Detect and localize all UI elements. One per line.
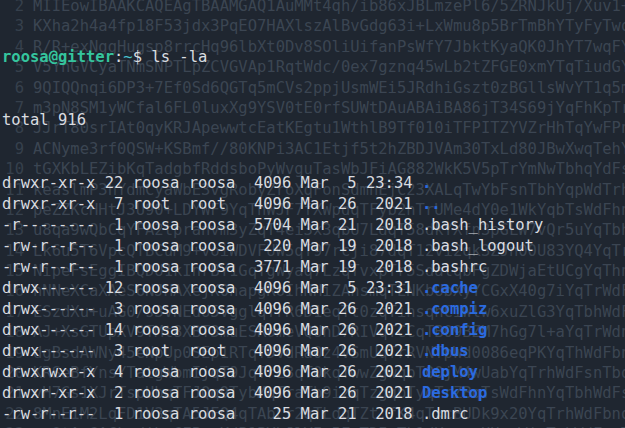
file-name: .bashrc [422, 258, 487, 276]
directory-name: .dbus [422, 342, 469, 360]
file-row: drwx------ 3 root root 4096 Mar 26 2021 … [2, 341, 571, 362]
file-row-meta: drwx------ 14 roosa roosa 4096 Mar 26 20… [2, 321, 422, 339]
file-row-meta: drwxrwxr-x 4 roosa roosa 4096 Mar 26 202… [2, 363, 422, 381]
directory-name: Desktop [422, 384, 487, 402]
file-row: drwx------ 14 roosa roosa 4096 Mar 26 20… [2, 320, 571, 341]
file-row: -rw-r--r-- 1 roosa roosa 220 Mar 19 2018… [2, 236, 571, 257]
terminal-window[interactable]: 2MIIEowIBAAKCAQEAgTBAAMGAQ1AuMMt4qh/ib86… [0, 0, 625, 428]
file-row: drwxr-xr-x 2 roosa roosa 4096 Mar 26 202… [2, 383, 571, 404]
file-row-meta: -rw-r--r-- 1 roosa roosa 220 Mar 19 2018 [2, 237, 422, 255]
directory-name: .cache [422, 279, 478, 297]
directory-name: .config [422, 321, 487, 339]
prompt-user-host: roosa@gitter [2, 48, 114, 66]
directory-name: deploy [422, 363, 478, 381]
total-line: total 916 [2, 110, 571, 131]
file-row-meta: drwx------ 3 root root 4096 Mar 26 2021 [2, 342, 422, 360]
file-row: -rw-r--r-- 1 roosa roosa 3771 Mar 19 201… [2, 257, 571, 278]
file-row-meta: drwxr-xr-x 2 roosa roosa 4096 Mar 26 202… [2, 384, 422, 402]
directory-name: .. [422, 195, 441, 213]
file-name: .bash_logout [422, 237, 534, 255]
file-row: -r-------- 1 roosa roosa 5704 Mar 21 201… [2, 215, 571, 236]
file-row: drwx------ 12 roosa roosa 4096 Mar 5 23:… [2, 278, 571, 299]
file-row-meta: drwxr-xr-x 7 root root 4096 Mar 26 2021 [2, 195, 422, 213]
file-row-meta: drwx------ 3 roosa roosa 4096 Mar 26 202… [2, 300, 422, 318]
file-row-meta: -rw-r--r-- 1 roosa roosa 3771 Mar 19 201… [2, 258, 422, 276]
prompt-line: roosa@gitter:~$ ls -la [2, 47, 571, 68]
file-row-meta: -r-------- 1 roosa roosa 5704 Mar 21 201… [2, 216, 422, 234]
directory-name: . [422, 174, 431, 192]
file-listing: drwxr-xr-x 22 roosa roosa 4096 Mar 5 23:… [2, 173, 571, 428]
prompt-colon: : [114, 48, 123, 66]
prompt-path: ~ [123, 48, 132, 66]
file-name: .dmrc [422, 405, 469, 423]
file-row-meta: drwx------ 12 roosa roosa 4096 Mar 5 23:… [2, 279, 422, 297]
file-row-meta: drwxr-xr-x 22 roosa roosa 4096 Mar 5 23:… [2, 174, 422, 192]
file-row: drwx------ 3 roosa roosa 4096 Mar 26 202… [2, 299, 571, 320]
terminal-output: roosa@gitter:~$ ls -la total 916 drwxr-x… [2, 5, 571, 428]
file-row: -rw-r--r-- 1 roosa roosa 25 Mar 21 2018 … [2, 404, 571, 425]
file-name: .bash_history [422, 216, 543, 234]
file-row-meta: -rw-r--r-- 1 roosa roosa 25 Mar 21 2018 [2, 405, 422, 423]
file-row: drwxrwxr-x 4 roosa roosa 4096 Mar 26 202… [2, 362, 571, 383]
command-text: ls -la [151, 48, 207, 66]
file-row: drwxr-xr-x 22 roosa roosa 4096 Mar 5 23:… [2, 173, 571, 194]
directory-name: .compiz [422, 300, 487, 318]
file-row: drwxr-xr-x 7 root root 4096 Mar 26 2021 … [2, 194, 571, 215]
prompt-dollar: $ [133, 48, 152, 66]
